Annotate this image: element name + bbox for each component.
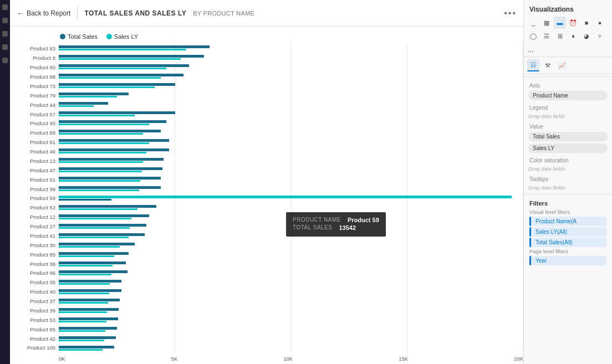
y-label-product-61: Product 61 — [30, 139, 55, 146]
viz-icon-table[interactable]: ☰ — [540, 30, 553, 42]
sidebar-icon-1[interactable] — [2, 4, 8, 10]
sidebar-icon-5[interactable] — [2, 58, 8, 63]
bar-row-product-47[interactable] — [59, 166, 523, 174]
bar-row-product-46[interactable] — [59, 147, 523, 155]
viz-more-button[interactable]: ··· — [524, 45, 612, 57]
y-label-product-35: Product 35 — [30, 279, 55, 286]
bar-row-product-85[interactable] — [59, 250, 523, 258]
bar-row-product-61[interactable] — [59, 138, 523, 146]
tooltip: PRODUCT NAME Product 59 TOTAL SALES 1354… — [286, 212, 386, 237]
sidebar-icon-2[interactable] — [2, 18, 8, 23]
bar-row-product-73[interactable] — [59, 81, 523, 89]
legend: Total Sales Sales LY — [10, 31, 523, 43]
bar-row-product-39[interactable] — [59, 307, 523, 315]
bar-row-product-13[interactable] — [59, 157, 523, 165]
x-axis: 0K 5K 10K 15K 20K — [59, 353, 523, 364]
bar-row-product-51[interactable] — [59, 176, 523, 183]
bar-row-product-83[interactable] — [59, 44, 523, 52]
viz-icon-scatter[interactable]: ■ — [580, 17, 593, 29]
value-total-sales-chip[interactable]: Total Sales — [528, 132, 608, 141]
filter-year[interactable]: Year — [529, 256, 606, 265]
viz-icon-line[interactable]: ⎯ — [527, 17, 539, 29]
bar-ly-22 — [59, 255, 114, 257]
y-label-product-57: Product 57 — [30, 111, 55, 119]
bar-total-12 — [59, 158, 164, 161]
color-saturation-label: Color saturation — [524, 154, 612, 165]
bar-ly-1 — [59, 58, 181, 60]
bar-row-product-53[interactable] — [59, 316, 523, 324]
y-label-product-42: Product 42 — [30, 335, 55, 343]
bar-row-product-44[interactable] — [59, 100, 523, 108]
bar-row-product-100[interactable] — [59, 344, 523, 352]
bar-total-21 — [59, 243, 135, 245]
axis-label: Axis — [524, 79, 612, 90]
y-label-product-50: Product 50 — [30, 64, 55, 71]
bar-row-product-89[interactable] — [59, 129, 523, 136]
bar-row-product-59[interactable] — [59, 194, 523, 202]
bar-total-3 — [59, 74, 183, 76]
sidebar-icon-4[interactable] — [2, 44, 8, 50]
page-title: TOTAL SALES AND SALES LY — [84, 9, 186, 17]
viz-icon-hbar[interactable]: ▬ — [554, 17, 566, 29]
x-label-0: 0K — [59, 356, 65, 362]
viz-icon-donut[interactable]: ◯ — [527, 30, 539, 42]
viz-icon-matrix[interactable]: ⊞ — [554, 30, 566, 42]
viz-icon-area[interactable]: ⏰ — [567, 17, 579, 29]
viz-icon-funnel[interactable]: ▿ — [594, 30, 606, 42]
color-drag-hint: Drag data fields — [528, 166, 608, 172]
bar-row-product-88[interactable] — [59, 72, 523, 80]
bar-total-32 — [59, 346, 114, 348]
bar-total-17 — [59, 205, 156, 208]
back-button[interactable]: ← Back to Report — [17, 9, 70, 18]
viz-tool-fields[interactable]: ☷ — [527, 59, 539, 71]
y-label-product-83: Product 83 — [30, 45, 55, 53]
bar-row-product-38[interactable] — [59, 260, 523, 268]
bar-row-product-95[interactable] — [59, 119, 523, 127]
bar-row-product-57[interactable] — [59, 110, 523, 117]
y-label-product-95: Product 95 — [30, 120, 55, 127]
bar-row-product-37[interactable] — [59, 298, 523, 305]
bar-ly-2 — [59, 68, 166, 69]
bar-ly-25 — [59, 283, 110, 285]
bar-row-product-35[interactable] — [59, 279, 523, 286]
viz-icon-pie[interactable]: ● — [594, 17, 606, 29]
y-label-product-51: Product 51 — [30, 176, 55, 184]
viz-icon-bar[interactable]: ▦ — [540, 17, 553, 29]
bar-row-product-65[interactable] — [59, 326, 523, 334]
bar-total-13 — [59, 167, 162, 170]
more-options-icon[interactable]: ••• — [504, 8, 517, 18]
bar-row-product-30[interactable] — [59, 241, 523, 249]
value-sales-ly-chip[interactable]: Sales LY — [528, 143, 608, 153]
filter-sales-ly[interactable]: Sales LY(All) — [529, 227, 606, 237]
bar-total-7 — [59, 111, 175, 114]
sidebar-icon-3[interactable] — [2, 31, 8, 37]
back-arrow-icon: ← — [17, 9, 24, 18]
bar-total-16 — [59, 196, 512, 198]
bar-row-product-8[interactable] — [59, 53, 523, 61]
left-sidebar — [0, 0, 10, 364]
bar-row-product-99[interactable] — [59, 185, 523, 193]
bar-ly-6 — [59, 105, 94, 107]
bar-total-30 — [59, 327, 117, 330]
filter-product-name[interactable]: Product Name(A — [529, 217, 606, 226]
bar-ly-31 — [59, 340, 104, 341]
bar-row-product-50[interactable] — [59, 63, 523, 70]
y-label-product-39: Product 39 — [30, 307, 55, 315]
viz-icon-gauge[interactable]: ◕ — [580, 30, 593, 42]
filter-total-sales[interactable]: Total Sales(All) — [529, 238, 606, 247]
bar-ly-5 — [59, 96, 117, 98]
axis-value-chip[interactable]: Product Name — [528, 91, 608, 100]
bar-total-31 — [59, 336, 116, 339]
bar-ly-23 — [59, 265, 113, 266]
legend-dot-total-sales — [60, 34, 65, 39]
viz-tool-format[interactable]: ⚒ — [542, 59, 554, 71]
bar-row-product-42[interactable] — [59, 335, 523, 343]
viz-tool-analytics[interactable]: 📈 — [556, 59, 568, 71]
bar-row-product-96[interactable] — [59, 269, 523, 277]
tooltips-label: Tooltips — [524, 173, 612, 183]
bar-row-product-79[interactable] — [59, 91, 523, 99]
y-label-product-73: Product 73 — [30, 83, 55, 90]
viz-icon-card[interactable]: ♦ — [567, 30, 579, 42]
bar-row-product-40[interactable] — [59, 288, 523, 296]
bar-row-product-52[interactable] — [59, 203, 523, 211]
